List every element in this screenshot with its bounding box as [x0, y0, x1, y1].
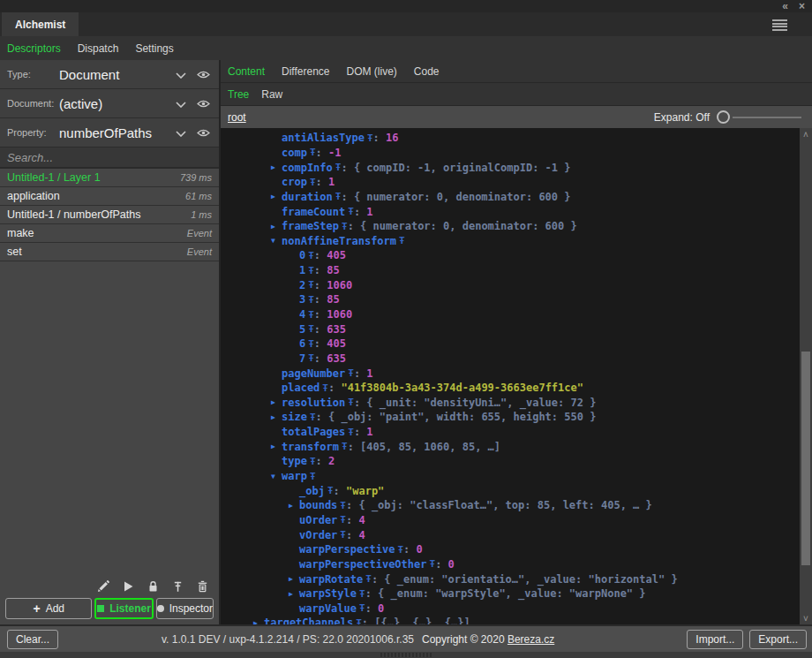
pin-property-icon[interactable]: Ŧ	[340, 514, 346, 526]
descriptor-row[interactable]: make Event	[0, 224, 219, 243]
chevron-down-icon[interactable]	[176, 95, 186, 111]
expand-arrow-icon[interactable]: ▶	[271, 223, 282, 231]
close-panel-icon[interactable]: ×	[799, 2, 805, 11]
pin-property-icon[interactable]: Ŧ	[342, 221, 348, 232]
pin-property-icon[interactable]: Ŧ	[340, 500, 346, 511]
resize-grip[interactable]	[380, 653, 432, 657]
tree-row[interactable]: ▶warpRotateŦ: { _enum: "orientatio…", _v…	[221, 571, 800, 586]
pin-property-icon[interactable]: Ŧ	[359, 602, 365, 614]
pin-property-icon[interactable]: Ŧ	[348, 367, 354, 379]
tree-row[interactable]: pageNumberŦ: 1	[221, 366, 800, 381]
pin-property-icon[interactable]: Ŧ	[356, 617, 362, 624]
menu-item-settings[interactable]: Settings	[135, 42, 173, 55]
subtab-raw[interactable]: Raw	[261, 88, 282, 101]
expand-arrow-icon[interactable]: ▶	[271, 413, 282, 421]
filter-document-value[interactable]: (active)	[59, 96, 176, 111]
pin-property-icon[interactable]: Ŧ	[308, 250, 314, 261]
pin-property-icon[interactable]: Ŧ	[310, 471, 316, 482]
tree-row[interactable]: ▶frameStepŦ: { numerator: 0, denominator…	[221, 219, 800, 234]
export-button[interactable]: Export...	[749, 630, 807, 649]
listener-button[interactable]: Listener	[94, 598, 153, 619]
tree-row[interactable]: ▶targetChannelsŦ: [{…}, {…}, {…}]	[221, 616, 800, 624]
descriptor-row[interactable]: Untitled-1 / numberOfPaths 1 ms	[0, 206, 219, 224]
tree-row[interactable]: 0Ŧ: 405	[221, 248, 800, 263]
eye-icon[interactable]	[197, 66, 210, 82]
pin-property-icon[interactable]: Ŧ	[308, 323, 314, 335]
expand-arrow-icon[interactable]: ▶	[271, 442, 282, 450]
descriptor-row[interactable]: set Event	[0, 243, 219, 261]
pin-property-icon[interactable]: Ŧ	[310, 147, 316, 158]
expand-arrow-icon[interactable]: ▶	[289, 502, 299, 510]
eye-icon[interactable]	[197, 95, 210, 111]
lock-icon[interactable]	[147, 580, 159, 593]
tree-row[interactable]: ▶compInfoŦ: { compID: -1, originalCompID…	[221, 160, 800, 175]
expand-arrow-icon[interactable]: ▼	[271, 473, 282, 480]
menu-item-dispatch[interactable]: Dispatch	[78, 42, 119, 55]
tree-row[interactable]: ▶resolutionŦ: { _unit: "densityUni…", _v…	[221, 396, 800, 411]
pin-property-icon[interactable]: Ŧ	[308, 279, 314, 291]
pin-property-icon[interactable]: Ŧ	[342, 441, 348, 452]
subtab-tree[interactable]: Tree	[228, 88, 249, 101]
pin-property-icon[interactable]: Ŧ	[335, 162, 342, 173]
pin-property-icon[interactable]: Ŧ	[359, 588, 365, 600]
pin-property-icon[interactable]: Ŧ	[348, 397, 354, 408]
tree-row[interactable]: 3Ŧ: 85	[221, 292, 800, 307]
vertical-scrollbar[interactable]: ˄ ˅	[800, 128, 812, 624]
pin-property-icon[interactable]: Ŧ	[348, 206, 354, 217]
tree-row[interactable]: ▶warpStyleŦ: { _enum: "warpStyle", _valu…	[221, 586, 800, 601]
tree-row[interactable]: vOrderŦ: 4	[221, 527, 800, 542]
pin-property-icon[interactable]: Ŧ	[397, 544, 403, 556]
tree-row[interactable]: typeŦ: 2	[221, 454, 800, 469]
pin-property-icon[interactable]: Ŧ	[310, 412, 316, 423]
filter-type-value[interactable]: Document	[59, 67, 176, 82]
tree-row[interactable]: placedŦ: "41f3804b-3a43-374d-a499-3663ee…	[221, 381, 800, 396]
tree-row[interactable]: warpValueŦ: 0	[221, 601, 800, 616]
tree-row[interactable]: uOrderŦ: 4	[221, 513, 800, 528]
tree-row[interactable]: cropŦ: 1	[221, 175, 800, 190]
tree-row[interactable]: warpPerspectiveŦ: 0	[221, 542, 800, 557]
add-button[interactable]: + Add	[5, 598, 92, 619]
tree-row[interactable]: ▶transformŦ: [405, 85, 1060, 85, …]	[221, 439, 800, 454]
pin-property-icon[interactable]: Ŧ	[399, 235, 405, 246]
chevron-down-icon[interactable]	[176, 66, 186, 82]
pin-property-icon[interactable]: Ŧ	[308, 352, 314, 364]
tree-row[interactable]: compŦ: -1	[221, 146, 800, 161]
tree-row[interactable]: 5Ŧ: 635	[221, 321, 800, 337]
expand-arrow-icon[interactable]: ▶	[289, 575, 299, 583]
tree-row[interactable]: antiAliasTypeŦ: 16	[221, 131, 800, 146]
pin-property-icon[interactable]: Ŧ	[335, 191, 342, 202]
tree-row[interactable]: ▶sizeŦ: { _obj: "paint", width: 655, hei…	[221, 410, 800, 425]
search-input[interactable]	[0, 147, 219, 167]
tree-row[interactable]: ▼nonAffineTransformŦ	[221, 233, 800, 248]
clear-button[interactable]: Clear...	[7, 630, 58, 649]
pin-property-icon[interactable]: Ŧ	[327, 485, 334, 496]
tree-row[interactable]: _objŦ: "warp"	[221, 483, 800, 498]
expand-arrow-icon[interactable]: ▶	[271, 398, 282, 406]
inspector-button[interactable]: Inspector	[156, 598, 214, 619]
tab-dom-live[interactable]: DOM (live)	[347, 65, 397, 78]
expand-slider-knob[interactable]	[717, 110, 730, 124]
filter-property-value[interactable]: numberOfPaths	[59, 125, 176, 140]
scroll-up-icon[interactable]: ˄	[800, 128, 812, 140]
tab-difference[interactable]: Difference	[282, 65, 329, 78]
tab-code[interactable]: Code	[414, 65, 440, 78]
pin-property-icon[interactable]: Ŧ	[308, 309, 314, 321]
tab-content[interactable]: Content	[228, 65, 265, 78]
pin-property-icon[interactable]: Ŧ	[365, 573, 372, 585]
chevron-down-icon[interactable]	[176, 125, 186, 140]
edit-icon[interactable]	[97, 580, 109, 593]
tree-row[interactable]: 7Ŧ: 635	[221, 352, 800, 367]
panel-menu-icon[interactable]	[772, 19, 787, 31]
pin-property-icon[interactable]: Ŧ	[310, 456, 316, 467]
pin-icon[interactable]	[172, 580, 184, 593]
import-button[interactable]: Import...	[687, 630, 743, 649]
scroll-down-icon[interactable]: ˅	[800, 612, 812, 624]
play-icon[interactable]	[123, 580, 134, 593]
tree-row[interactable]: 1Ŧ: 85	[221, 263, 800, 278]
tree-row[interactable]: ▶boundsŦ: { _obj: "classFloat…", top: 85…	[221, 498, 800, 513]
tree-row[interactable]: 4Ŧ: 1060	[221, 307, 800, 322]
scrollbar-thumb[interactable]	[801, 352, 810, 565]
tree-row[interactable]: 6Ŧ: 405	[221, 337, 800, 352]
expand-slider-track[interactable]	[733, 117, 801, 118]
expand-arrow-icon[interactable]: ▶	[271, 163, 282, 171]
